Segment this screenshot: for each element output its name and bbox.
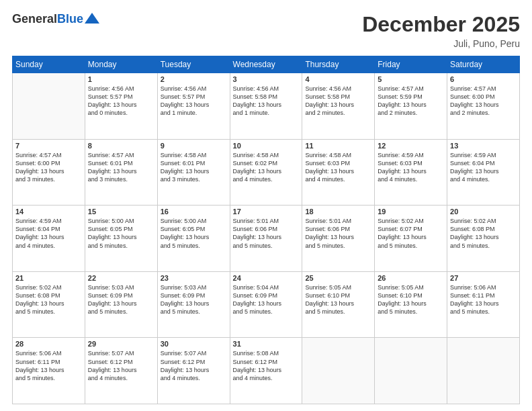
calendar-table: Sunday Monday Tuesday Wednesday Thursday… [12,56,520,404]
day-number: 2 [161,75,227,83]
table-row: 9Sunrise: 4:58 AM Sunset: 6:01 PM Daylig… [157,139,230,205]
table-row: 15Sunrise: 5:00 AM Sunset: 6:05 PM Dayli… [85,205,157,272]
table-row: 28Sunrise: 5:06 AM Sunset: 6:11 PM Dayli… [13,338,85,404]
day-number: 5 [378,75,444,83]
table-row: 19Sunrise: 5:02 AM Sunset: 6:07 PM Dayli… [375,205,447,272]
day-info: Sunrise: 5:07 AM Sunset: 6:12 PM Dayligh… [161,349,227,382]
table-row: 6Sunrise: 4:57 AM Sunset: 6:00 PM Daylig… [447,73,520,140]
table-row: 27Sunrise: 5:06 AM Sunset: 6:11 PM Dayli… [447,271,520,338]
day-info: Sunrise: 4:58 AM Sunset: 6:02 PM Dayligh… [233,151,300,184]
calendar-header-row: Sunday Monday Tuesday Wednesday Thursday… [13,56,520,73]
day-number: 19 [378,208,444,216]
svg-marker-0 [85,13,99,24]
day-info: Sunrise: 4:57 AM Sunset: 6:01 PM Dayligh… [88,151,154,184]
calendar-week-row: 14Sunrise: 4:59 AM Sunset: 6:04 PM Dayli… [13,205,520,272]
day-number: 3 [233,75,300,83]
day-info: Sunrise: 5:03 AM Sunset: 6:09 PM Dayligh… [88,283,154,316]
day-number: 8 [88,142,154,150]
month-title: December 2025 [362,12,520,37]
table-row: 7Sunrise: 4:57 AM Sunset: 6:00 PM Daylig… [13,139,85,205]
col-sunday: Sunday [13,56,85,73]
table-row [302,338,375,404]
title-block: December 2025 Juli, Puno, Peru [362,12,520,49]
day-number: 17 [233,208,300,216]
logo-icon [85,13,99,24]
table-row [13,73,85,140]
col-tuesday: Tuesday [157,56,230,73]
day-info: Sunrise: 5:06 AM Sunset: 6:11 PM Dayligh… [15,349,82,382]
day-number: 26 [378,274,444,282]
day-info: Sunrise: 5:03 AM Sunset: 6:09 PM Dayligh… [161,283,227,316]
day-number: 10 [233,142,300,150]
logo: GeneralBlue [12,12,99,26]
table-row: 21Sunrise: 5:02 AM Sunset: 6:08 PM Dayli… [13,271,85,338]
day-info: Sunrise: 4:56 AM Sunset: 5:57 PM Dayligh… [161,85,227,118]
day-number: 13 [450,142,517,150]
table-row: 13Sunrise: 4:59 AM Sunset: 6:04 PM Dayli… [447,139,520,205]
table-row: 12Sunrise: 4:59 AM Sunset: 6:03 PM Dayli… [375,139,447,205]
table-row: 29Sunrise: 5:07 AM Sunset: 6:12 PM Dayli… [85,338,157,404]
table-row: 8Sunrise: 4:57 AM Sunset: 6:01 PM Daylig… [85,139,157,205]
day-number: 28 [15,340,82,348]
day-info: Sunrise: 5:05 AM Sunset: 6:10 PM Dayligh… [378,283,444,316]
day-info: Sunrise: 5:04 AM Sunset: 6:09 PM Dayligh… [233,283,300,316]
table-row [375,338,447,404]
day-info: Sunrise: 5:06 AM Sunset: 6:11 PM Dayligh… [450,283,517,316]
header: GeneralBlue December 2025 Juli, Puno, Pe… [12,12,520,49]
table-row: 25Sunrise: 5:05 AM Sunset: 6:10 PM Dayli… [302,271,375,338]
day-number: 29 [88,340,154,348]
day-info: Sunrise: 4:56 AM Sunset: 5:57 PM Dayligh… [88,85,154,118]
table-row: 26Sunrise: 5:05 AM Sunset: 6:10 PM Dayli… [375,271,447,338]
table-row: 17Sunrise: 5:01 AM Sunset: 6:06 PM Dayli… [230,205,302,272]
day-number: 14 [15,208,82,216]
day-info: Sunrise: 5:01 AM Sunset: 6:06 PM Dayligh… [305,217,371,250]
calendar-week-row: 1Sunrise: 4:56 AM Sunset: 5:57 PM Daylig… [13,73,520,140]
table-row: 10Sunrise: 4:58 AM Sunset: 6:02 PM Dayli… [230,139,302,205]
col-friday: Friday [375,56,447,73]
day-number: 18 [305,208,371,216]
day-info: Sunrise: 5:00 AM Sunset: 6:05 PM Dayligh… [88,217,154,250]
day-number: 12 [378,142,444,150]
day-info: Sunrise: 4:59 AM Sunset: 6:04 PM Dayligh… [450,151,517,184]
table-row [447,338,520,404]
col-monday: Monday [85,56,157,73]
calendar-week-row: 21Sunrise: 5:02 AM Sunset: 6:08 PM Dayli… [13,271,520,338]
col-wednesday: Wednesday [230,56,302,73]
day-info: Sunrise: 5:08 AM Sunset: 6:12 PM Dayligh… [233,349,300,382]
day-number: 22 [88,274,154,282]
table-row: 30Sunrise: 5:07 AM Sunset: 6:12 PM Dayli… [157,338,230,404]
table-row: 11Sunrise: 4:58 AM Sunset: 6:03 PM Dayli… [302,139,375,205]
day-info: Sunrise: 4:57 AM Sunset: 6:00 PM Dayligh… [15,151,82,184]
table-row: 2Sunrise: 4:56 AM Sunset: 5:57 PM Daylig… [157,73,230,140]
day-info: Sunrise: 4:57 AM Sunset: 5:59 PM Dayligh… [378,85,444,118]
day-info: Sunrise: 5:02 AM Sunset: 6:08 PM Dayligh… [15,283,82,316]
calendar-week-row: 28Sunrise: 5:06 AM Sunset: 6:11 PM Dayli… [13,338,520,404]
day-info: Sunrise: 5:07 AM Sunset: 6:12 PM Dayligh… [88,349,154,382]
table-row: 20Sunrise: 5:02 AM Sunset: 6:08 PM Dayli… [447,205,520,272]
day-number: 16 [161,208,227,216]
logo-general: General [12,12,57,26]
day-number: 9 [161,142,227,150]
day-number: 4 [305,75,371,83]
day-number: 15 [88,208,154,216]
page: GeneralBlue December 2025 Juli, Puno, Pe… [0,0,532,411]
day-info: Sunrise: 4:58 AM Sunset: 6:01 PM Dayligh… [161,151,227,184]
day-number: 11 [305,142,371,150]
day-number: 24 [233,274,300,282]
day-info: Sunrise: 4:56 AM Sunset: 5:58 PM Dayligh… [305,85,371,118]
day-info: Sunrise: 5:00 AM Sunset: 6:05 PM Dayligh… [161,217,227,250]
table-row: 3Sunrise: 4:56 AM Sunset: 5:58 PM Daylig… [230,73,302,140]
day-info: Sunrise: 4:56 AM Sunset: 5:58 PM Dayligh… [233,85,300,118]
day-info: Sunrise: 5:02 AM Sunset: 6:07 PM Dayligh… [378,217,444,250]
day-info: Sunrise: 5:05 AM Sunset: 6:10 PM Dayligh… [305,283,371,316]
day-number: 6 [450,75,517,83]
table-row: 14Sunrise: 4:59 AM Sunset: 6:04 PM Dayli… [13,205,85,272]
table-row: 5Sunrise: 4:57 AM Sunset: 5:59 PM Daylig… [375,73,447,140]
day-number: 20 [450,208,517,216]
table-row: 1Sunrise: 4:56 AM Sunset: 5:57 PM Daylig… [85,73,157,140]
day-info: Sunrise: 4:59 AM Sunset: 6:03 PM Dayligh… [378,151,444,184]
day-number: 23 [161,274,227,282]
table-row: 31Sunrise: 5:08 AM Sunset: 6:12 PM Dayli… [230,338,302,404]
col-saturday: Saturday [447,56,520,73]
day-number: 21 [15,274,82,282]
